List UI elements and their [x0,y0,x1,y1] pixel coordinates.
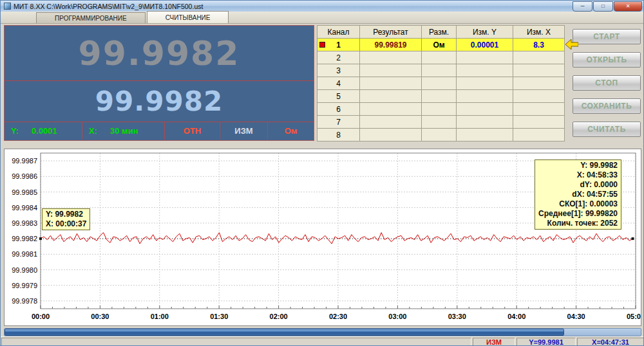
izm_y-cell[interactable] [457,116,513,129]
save-button[interactable]: СОХРАНИТЬ [573,98,641,114]
izm_x-cell[interactable] [513,77,565,90]
izm_x-cell[interactable] [513,129,565,141]
izm_y-cell[interactable]: 0.00001 [457,39,513,51]
result-cell[interactable] [360,64,422,77]
svg-text:99.9978: 99.9978 [12,297,37,305]
izm_x-cell[interactable] [513,64,565,77]
window-title: МИТ 8.XX C:\Work\PROGRAMS\MIT\v2_9\МИТ8.… [14,3,203,10]
column-header: Изм. Y [457,26,513,39]
y-scale-value: 0.0001 [32,126,57,136]
svg-text:04:00: 04:00 [507,313,526,320]
svg-text:99.9986: 99.9986 [12,172,37,180]
channel-row[interactable]: 5 [317,90,565,103]
unit-cell[interactable] [422,77,457,90]
channel-number-cell[interactable]: 8 [317,129,360,141]
svg-text:01:00: 01:00 [151,313,169,320]
channel-row[interactable]: 7 [317,116,565,129]
izm_y-cell[interactable] [457,103,513,116]
svg-text:99.9984: 99.9984 [12,204,37,212]
unit-cell[interactable] [422,103,457,116]
status-x-readout: X=04:47:31 [577,338,644,346]
channel-row[interactable]: 3 [317,64,565,77]
result-cell[interactable] [360,51,422,64]
chart-scrollbar-thumb[interactable] [5,329,564,336]
channel-number-cell[interactable]: 2 [317,51,360,64]
channel-row[interactable]: 4 [317,77,565,90]
izm_y-cell[interactable] [457,77,513,90]
channels-table-header: КаналРезультатРазм.Изм. YИзм. X [317,26,565,39]
chart-tooltip-start: Y: 99.9982X: 00:00:37 [42,208,90,230]
svg-text:04:30: 04:30 [567,313,585,320]
column-header: Разм. [422,26,457,39]
channels-table: КаналРезультатРазм.Изм. YИзм. X 199.9981… [317,25,565,141]
result-cell[interactable] [360,103,422,116]
channel-number-cell[interactable]: 4 [317,77,360,90]
tooltip-line: Среднее[1]: 99.99820 [538,209,618,219]
minimize-button[interactable]: ─ [573,1,592,12]
izm_x-cell[interactable] [513,90,565,103]
channel-row[interactable]: 6 [317,103,565,116]
channel-number-cell[interactable]: 1 [317,39,360,51]
channel-row[interactable]: 199.99819Ом0.000018.3 [317,39,565,51]
x-scale-value: 30 мин [110,126,138,136]
result-cell[interactable]: 99.99819 [360,39,422,51]
svg-text:03:30: 03:30 [448,313,466,320]
maximize-button[interactable]: □ [593,1,613,12]
unit-cell[interactable]: Ом [422,39,457,51]
tooltip-line: dX: 04:57:55 [538,190,618,199]
izm_x-cell[interactable] [513,51,565,64]
column-header: Изм. X [513,26,565,39]
unit-cell[interactable] [422,51,457,64]
svg-text:99.9979: 99.9979 [12,282,37,289]
channel-number-cell[interactable]: 7 [317,116,360,129]
svg-text:03:00: 03:00 [388,313,406,320]
status-mode: ИЗМ [473,338,515,346]
izm_y-cell[interactable] [457,90,513,103]
x-scale-label: X: [89,126,97,136]
result-cell[interactable] [360,77,422,90]
svg-text:00:00: 00:00 [32,313,50,320]
izm_x-cell[interactable]: 8.3 [513,39,565,51]
tooltip-line: СКО[1]: 0.00003 [538,199,618,209]
close-button[interactable]: ✕ [614,1,642,12]
izm_y-cell[interactable] [457,129,513,141]
tab-programming[interactable]: ПРОГРАММИРОВАНИЕ [36,12,146,23]
svg-text:99.9980: 99.9980 [12,266,37,274]
result-cell[interactable] [360,129,422,141]
y-scale-cell: Y: 0.0001 [5,122,82,140]
tab-reading[interactable]: СЧИТЫВАНИЕ [147,11,229,23]
result-cell[interactable] [360,90,422,103]
stop-button[interactable]: СТОП [573,75,641,91]
status-y-readout: Y=99.9981 [516,338,576,346]
svg-text:99.9982: 99.9982 [12,235,37,242]
channel-row[interactable]: 8 [317,129,565,141]
izm_x-cell[interactable] [513,103,565,116]
app-window: МИТ 8.XX C:\Work\PROGRAMS\MIT\v2_9\МИТ8.… [0,0,644,346]
chart-scrollbar[interactable] [4,328,641,336]
channel-number-cell[interactable]: 5 [317,90,360,103]
svg-text:02:00: 02:00 [270,313,288,320]
channel-number: 6 [336,105,341,114]
unit-cell[interactable] [422,64,457,77]
channel-number-cell[interactable]: 3 [317,64,360,77]
channel-number: 1 [336,41,341,50]
y-scale-label: Y: [11,126,19,136]
unit-cell[interactable] [422,129,457,141]
result-cell[interactable] [360,116,422,129]
channel-row[interactable]: 2 [317,51,565,64]
svg-text:01:30: 01:30 [210,313,228,320]
read-button[interactable]: СЧИТАТЬ [573,122,641,137]
izm_y-cell[interactable] [457,51,513,64]
unit-cell[interactable] [422,90,457,103]
open-button[interactable]: ОТКРЫТЬ [573,52,641,68]
svg-text:99.9981: 99.9981 [12,250,37,258]
channel-number: 8 [336,131,341,140]
status-message-area [1,338,471,346]
svg-text:99.9987: 99.9987 [12,157,37,165]
channel-number-cell[interactable]: 6 [317,103,360,116]
izm_y-cell[interactable] [457,64,513,77]
start-button[interactable]: СТАРТ [573,29,641,44]
unit-cell[interactable] [422,116,457,129]
izm_x-cell[interactable] [513,116,565,129]
tooltip-line: Колич. точек: 2052 [538,219,618,228]
